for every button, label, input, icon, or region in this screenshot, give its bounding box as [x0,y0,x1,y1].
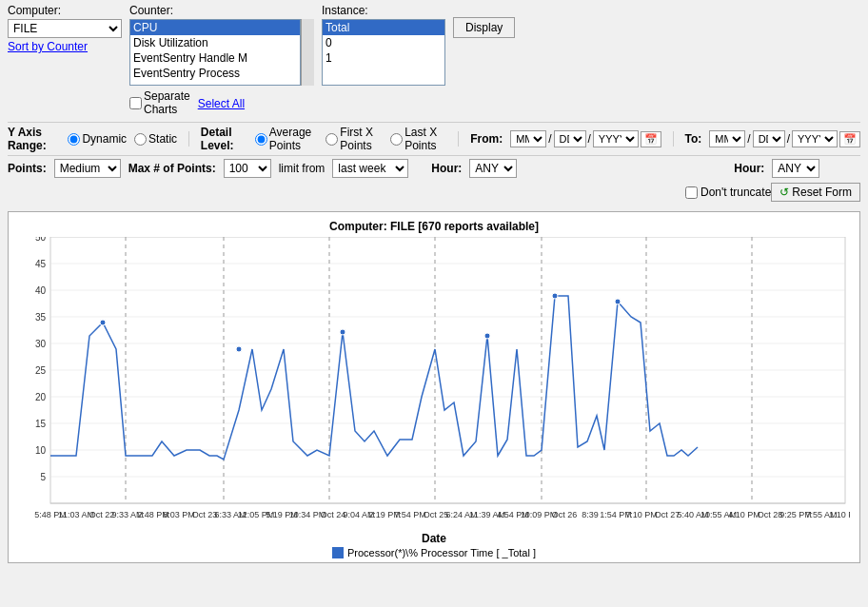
instance-item-total[interactable]: Total [323,20,444,35]
separate-charts-text: Separate Charts [144,89,190,116]
reset-form-button[interactable]: ↺ Reset Form [771,183,860,202]
instance-listbox[interactable]: Total 0 1 [322,19,445,86]
detail-average-text: Average Points [269,126,319,152]
to-label: To: [685,132,702,146]
max-points-select[interactable]: 100 50 200 [224,159,271,178]
svg-text:Oct 22: Oct 22 [89,510,115,519]
svg-text:7:10 PM: 7:10 PM [625,510,658,519]
counter-scrollbar[interactable] [301,19,314,86]
points-label: Points: [8,162,47,175]
svg-text:Oct 23: Oct 23 [192,510,218,519]
svg-text:Oct 25: Oct 25 [424,510,449,519]
control-row-4: Don't truncate ↺ Reset Form [8,181,860,204]
control-row-1: Computer: FILE Sort by Counter Counter: … [8,4,860,122]
detail-last-text: Last X Points [404,126,446,152]
detail-first-label[interactable]: First X Points [326,126,383,152]
svg-text:Oct 24: Oct 24 [321,510,346,519]
limit-from-select[interactable]: last week last month last day [332,159,408,178]
y-axis-label: Y Axis Range: [8,126,60,152]
separate-charts-row: Separate Charts Select All [129,89,314,118]
reset-form-label: Reset Form [792,186,852,199]
data-point [484,333,490,339]
points-select[interactable]: Medium Low High [54,159,121,178]
display-button[interactable]: Display [453,17,515,38]
legend-color-box [332,547,344,558]
instance-item-0[interactable]: 0 [323,35,444,50]
data-point [615,299,621,304]
detail-average-radio[interactable] [255,133,267,146]
from-yyyy-select[interactable]: YYYY [593,130,639,147]
svg-text:8:39: 8:39 [582,510,599,519]
chart-legend: Processor(*)\% Processor Time [ _Total ] [12,547,856,558]
sort-by-counter-link[interactable]: Sort by Counter [8,40,122,53]
counter-item-eshandle[interactable]: EventSentry Handle M [130,50,300,66]
detail-first-radio[interactable] [326,133,338,146]
instance-item-1[interactable]: 1 [323,50,444,66]
select-all-link[interactable]: Select All [198,97,245,110]
divider-3 [673,131,674,147]
to-hour-select[interactable]: ANY [772,159,819,178]
svg-text:Oct 26: Oct 26 [552,510,578,519]
counter-listbox[interactable]: CPU Disk Utilization EventSentry Handle … [129,19,301,86]
max-points-label: Max # of Points: [128,162,216,175]
y-axis-static-radio[interactable] [134,133,147,146]
svg-text:50: 50 [35,237,47,243]
to-dd-select[interactable]: DD [753,130,785,147]
data-point [552,293,558,299]
counter-item-cpu[interactable]: CPU [130,20,300,35]
legend-label: Processor(*)\% Processor Time [ _Total ] [347,547,536,558]
svg-text:25: 25 [35,365,47,376]
data-point [236,346,242,352]
to-hour-label: Hour: [734,162,764,175]
from-hour-label: Hour: [431,162,462,175]
to-yyyy-select[interactable]: YYYY [792,130,838,147]
counter-item-disk[interactable]: Disk Utilization [130,35,300,50]
date-axis-label: Date [12,532,856,545]
detail-level-label: Detail Level: [201,126,247,152]
detail-last-label[interactable]: Last X Points [390,126,446,152]
counter-item-esprocess[interactable]: EventSentry Process [130,66,300,81]
instance-group: Instance: Total 0 1 [322,4,445,86]
separate-charts-label[interactable]: Separate Charts [129,89,190,116]
y-axis-static-text: Static [148,132,177,146]
counter-group: Counter: CPU Disk Utilization EventSentr… [129,4,314,118]
svg-text:Oct 27: Oct 27 [655,510,681,519]
y-axis-dynamic-text: Dynamic [82,132,127,146]
detail-average-label[interactable]: Average Points [255,126,319,152]
to-mm-select[interactable]: MM [709,130,745,147]
svg-text:1:10 PM: 1:10 PM [829,510,850,519]
controls-panel: Computer: FILE Sort by Counter Counter: … [0,0,868,207]
svg-text:40: 40 [35,285,47,296]
svg-text:5: 5 [40,472,46,482]
detail-last-radio[interactable] [390,133,403,146]
detail-first-text: First X Points [340,126,383,152]
separate-charts-checkbox[interactable] [129,97,142,109]
chart-container: Computer: FILE [670 reports available] 5… [8,211,860,563]
from-dd-select[interactable]: DD [554,130,586,147]
to-calendar-button[interactable]: 📅 [839,131,860,147]
dont-truncate-checkbox[interactable] [685,186,698,199]
svg-text:20: 20 [35,392,47,402]
data-point [100,320,106,325]
chart-title: Computer: FILE [670 reports available] [12,220,856,233]
display-btn-wrapper: Display [453,4,515,38]
from-mm-select[interactable]: MM [510,130,546,147]
instance-label: Instance: [322,4,445,17]
svg-text:45: 45 [35,259,47,269]
from-hour-select[interactable]: ANY [469,159,517,178]
y-axis-static-label[interactable]: Static [134,132,177,146]
svg-text:30: 30 [35,339,47,349]
y-axis-dynamic-radio[interactable] [68,133,80,146]
chart-area: 50 45 40 35 30 25 20 15 10 5 [12,237,856,532]
svg-text:8:03 PM: 8:03 PM [163,510,195,519]
svg-text:7:54 PM: 7:54 PM [394,510,426,519]
from-calendar-button[interactable]: 📅 [641,131,661,147]
from-label: From: [470,132,503,146]
computer-select[interactable]: FILE [8,19,122,38]
dont-truncate-label[interactable]: Don't truncate [685,186,771,199]
svg-text:15: 15 [35,419,47,429]
counter-label: Counter: [129,4,314,17]
y-axis-dynamic-label[interactable]: Dynamic [68,132,127,146]
control-row-3: Points: Medium Low High Max # of Points:… [8,156,860,181]
svg-text:10: 10 [35,445,47,456]
